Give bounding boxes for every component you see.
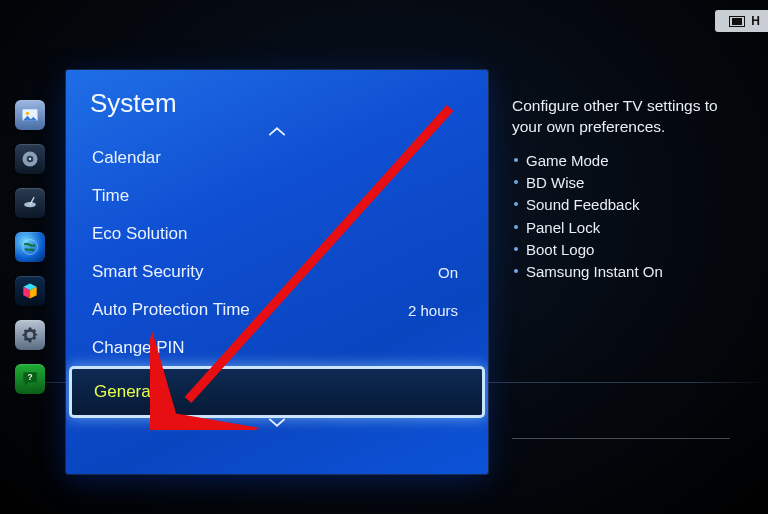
satellite-icon[interactable] [15, 188, 45, 218]
description-bullet: BD Wise [512, 172, 730, 194]
description-text: Configure other TV settings to your own … [512, 96, 730, 138]
description-bullet: Samsung Instant On [512, 261, 730, 283]
panel-title: System [66, 88, 488, 123]
description-bullets: Game Mode BD Wise Sound Feedback Panel L… [512, 150, 730, 284]
menu-item-eco-solution[interactable]: Eco Solution [66, 215, 488, 253]
menu-item-label: Change PIN [92, 338, 185, 358]
picture-icon[interactable] [15, 100, 45, 130]
cube-icon[interactable] [15, 276, 45, 306]
description-bullet: Sound Feedback [512, 194, 730, 216]
hd-badge: H [715, 10, 768, 32]
speaker-icon[interactable] [15, 144, 45, 174]
menu-item-general[interactable]: General [72, 369, 482, 415]
description-bullet: Boot Logo [512, 239, 730, 261]
svg-text:?: ? [27, 372, 32, 382]
settings-panel: System Calendar Time Eco Solution Smart … [66, 70, 488, 474]
globe-icon[interactable] [15, 232, 45, 262]
menu-item-calendar[interactable]: Calendar [66, 139, 488, 177]
menu-item-change-pin[interactable]: Change PIN [66, 329, 488, 367]
scroll-up[interactable] [66, 123, 488, 139]
menu-item-time[interactable]: Time [66, 177, 488, 215]
svg-point-1 [26, 112, 29, 115]
menu-item-smart-security[interactable]: Smart Security On [66, 253, 488, 291]
menu-item-label: Smart Security [92, 262, 203, 282]
menu-item-label: Eco Solution [92, 224, 187, 244]
chevron-down-icon [268, 417, 286, 429]
scroll-down[interactable] [66, 415, 488, 431]
description-pane: Configure other TV settings to your own … [512, 96, 730, 439]
menu-item-value: On [438, 264, 458, 281]
menu-list: Calendar Time Eco Solution Smart Securit… [66, 139, 488, 415]
svg-point-4 [29, 158, 31, 160]
gear-icon[interactable] [15, 320, 45, 350]
svg-point-6 [23, 240, 38, 255]
description-bullet: Panel Lock [512, 217, 730, 239]
menu-item-auto-protection-time[interactable]: Auto Protection Time 2 hours [66, 291, 488, 329]
menu-item-label: General [94, 382, 154, 402]
menu-item-label: Time [92, 186, 129, 206]
menu-item-label: Calendar [92, 148, 161, 168]
description-bullet: Game Mode [512, 150, 730, 172]
help-icon[interactable]: ? [15, 364, 45, 394]
chevron-up-icon [268, 125, 286, 137]
hd-badge-label: H [751, 14, 762, 28]
menu-item-value: 2 hours [408, 302, 458, 319]
category-rail: ? [10, 100, 50, 394]
hd-mini-icon [729, 16, 745, 27]
menu-item-label: Auto Protection Time [92, 300, 250, 320]
